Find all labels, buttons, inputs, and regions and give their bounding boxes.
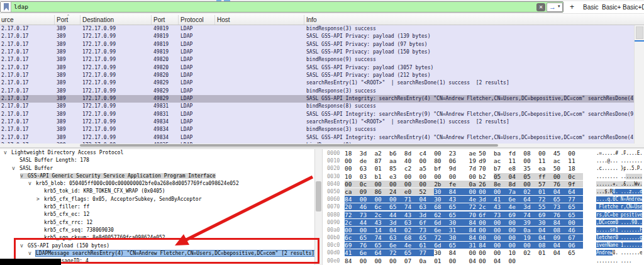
detail-tree-line[interactable]: krb5_cfx_rrc: 12 bbox=[0, 219, 314, 227]
hex-byte[interactable]: 70 bbox=[479, 165, 494, 172]
hex-byte[interactable]: 65 bbox=[449, 242, 464, 249]
hex-byte[interactable]: 6d bbox=[434, 219, 449, 226]
hex-byte[interactable]: 00 bbox=[479, 219, 494, 226]
packet-row[interactable]: 2.17.0.17389172.17.0.9949829LDAPbindResp… bbox=[0, 87, 634, 95]
hex-row[interactable]: 006084000000710430434e3d416e64726577....… bbox=[323, 195, 644, 203]
hex-byte[interactable]: 00 bbox=[345, 227, 360, 234]
hex-byte[interactable]: 08 bbox=[538, 242, 553, 249]
hex-byte[interactable]: 05 bbox=[523, 173, 538, 180]
hex-row[interactable]: 0040000c000000002bfe0a268e8d0057769f....… bbox=[323, 180, 644, 188]
hex-byte[interactable]: 64 bbox=[568, 188, 583, 195]
column-separator[interactable] bbox=[54, 15, 55, 25]
hex-byte[interactable]: aa bbox=[389, 157, 404, 164]
hex-byte[interactable]: 03 bbox=[360, 173, 375, 180]
packet-row[interactable]: 2.17.0.17389172.17.0.9949831LDAPSASL GSS… bbox=[0, 111, 634, 118]
hex-byte[interactable]: 00 bbox=[464, 188, 479, 195]
hex-byte[interactable]: 01 bbox=[434, 257, 449, 264]
hex-byte[interactable]: 4e bbox=[509, 203, 524, 210]
column-separator[interactable] bbox=[80, 15, 80, 25]
hex-byte[interactable]: 14 bbox=[374, 227, 389, 234]
scrollbar-thumb[interactable] bbox=[636, 26, 643, 39]
hex-byte[interactable]: 00 bbox=[494, 242, 509, 249]
hex-byte[interactable]: 04 bbox=[538, 234, 553, 241]
hex-byte[interactable]: 63 bbox=[360, 165, 375, 172]
hex-byte[interactable]: 3d bbox=[389, 219, 404, 226]
hex-byte[interactable]: 00 bbox=[494, 219, 509, 226]
hex-byte[interactable]: 8e bbox=[494, 181, 509, 188]
hex-byte[interactable]: 74 bbox=[404, 203, 419, 210]
hex-byte[interactable]: 84 bbox=[449, 249, 464, 256]
hex-byte[interactable]: a5 bbox=[419, 165, 434, 172]
hex-byte[interactable]: 08 bbox=[523, 150, 538, 157]
hex-byte[interactable]: 74 bbox=[374, 234, 389, 241]
hex-byte[interactable]: 0a bbox=[523, 227, 538, 234]
hex-byte[interactable]: 11 bbox=[509, 157, 524, 164]
hex-byte[interactable]: 6c bbox=[345, 234, 360, 241]
hex-byte[interactable]: 72 bbox=[345, 211, 360, 218]
detail-tree-line[interactable]: vLightweight Directory Access Protocol bbox=[0, 149, 314, 157]
hex-byte[interactable]: 40 bbox=[404, 157, 419, 164]
expand-arrow-icon[interactable]: v bbox=[12, 166, 19, 171]
hex-byte[interactable]: 68 bbox=[404, 234, 419, 241]
hex-byte[interactable]: 04 bbox=[419, 196, 434, 203]
hex-byte[interactable]: ac bbox=[553, 157, 569, 164]
hex-byte[interactable]: 00 bbox=[568, 219, 583, 226]
hex-row[interactable]: 0050ca098624e05230840000007a02010464...$… bbox=[323, 188, 644, 195]
hex-byte[interactable]: 67 bbox=[568, 234, 583, 241]
hex-byte[interactable]: 18 bbox=[345, 150, 360, 157]
hex-byte[interactable]: 44 bbox=[389, 211, 404, 218]
hex-byte[interactable]: 00 bbox=[494, 188, 509, 195]
hex-byte[interactable]: 4e bbox=[464, 196, 479, 203]
packet-row[interactable]: 2.17.0.17389172.17.0.9949834LDAPbindResp… bbox=[0, 126, 634, 133]
hex-byte[interactable]: 72 bbox=[538, 196, 553, 203]
column-separator[interactable] bbox=[151, 15, 152, 25]
hex-byte[interactable]: 4e bbox=[404, 242, 419, 249]
hex-byte[interactable]: 84 bbox=[345, 257, 360, 264]
detail-tree-line[interactable]: krb5_filler: ff bbox=[0, 203, 314, 211]
hex-byte[interactable]: 7a bbox=[509, 188, 524, 195]
hex-byte[interactable]: ff bbox=[538, 173, 553, 180]
hex-byte[interactable]: 80 bbox=[434, 157, 449, 164]
hex-byte[interactable]: 8d bbox=[509, 181, 524, 188]
hex-byte[interactable]: 65 bbox=[389, 203, 404, 210]
hex-byte[interactable]: 65 bbox=[419, 234, 434, 241]
hex-byte[interactable]: 00 bbox=[419, 173, 434, 180]
hex-byte[interactable]: 55 bbox=[538, 203, 553, 210]
hex-byte[interactable]: 6d bbox=[434, 242, 449, 249]
hex-byte[interactable]: 00 bbox=[404, 173, 419, 180]
hex-byte[interactable]: 65 bbox=[404, 249, 419, 256]
packet-row[interactable]: 2.17.0.17389172.17.0.9949829LDAPsearchRe… bbox=[0, 79, 634, 87]
details-vertical-scrollbar[interactable] bbox=[314, 149, 323, 265]
hex-byte[interactable]: 84 bbox=[464, 227, 479, 234]
hex-byte[interactable]: 04 bbox=[389, 227, 404, 234]
detail-tree-line[interactable]: vGSS-API Generic Security Service Applic… bbox=[0, 172, 314, 180]
hex-byte[interactable]: 00 bbox=[509, 257, 524, 264]
hex-byte[interactable]: 69 bbox=[538, 211, 553, 218]
hex-byte[interactable]: b1 bbox=[374, 173, 389, 180]
hex-byte[interactable]: 65 bbox=[568, 211, 583, 218]
detail-tree-line[interactable]: krb5_sgn_cksum: 8e8d0057769fca098624e052 bbox=[0, 234, 314, 242]
hex-byte[interactable]: 45 bbox=[553, 150, 569, 157]
hex-byte[interactable]: 69 bbox=[345, 242, 360, 249]
hex-byte[interactable]: 24 bbox=[389, 188, 404, 195]
collapse-arrow-icon[interactable]: > bbox=[36, 196, 44, 202]
hex-byte[interactable]: 46 bbox=[360, 203, 375, 210]
packet-list[interactable]: 2.17.0.17389172.17.0.9949819LDAPbindResp… bbox=[0, 25, 634, 145]
hex-byte[interactable]: 00 bbox=[479, 257, 494, 264]
hex-byte[interactable]: 65 bbox=[449, 211, 464, 218]
hex-byte[interactable]: 02 bbox=[404, 227, 419, 234]
hex-byte[interactable]: 0c bbox=[568, 173, 583, 180]
hex-byte[interactable]: 00 bbox=[449, 173, 464, 180]
hex-byte[interactable]: 00 bbox=[538, 150, 553, 157]
hex-byte[interactable]: 00 bbox=[464, 173, 479, 180]
hex-byte[interactable]: 73 bbox=[494, 211, 509, 218]
hex-byte[interactable]: 00 bbox=[553, 173, 569, 180]
hex-byte[interactable]: 6f bbox=[419, 219, 434, 226]
hex-byte[interactable]: 01 bbox=[538, 249, 553, 256]
packet-row[interactable]: 2.17.0.17389172.17.0.9949819LDAPSASL GSS… bbox=[0, 41, 634, 48]
hex-byte[interactable]: 3d bbox=[479, 196, 494, 203]
hex-byte[interactable]: 30 bbox=[449, 234, 464, 241]
hex-byte[interactable]: 70 bbox=[464, 211, 479, 218]
hex-byte[interactable]: 00 bbox=[509, 234, 524, 241]
hex-byte[interactable]: 87 bbox=[374, 157, 389, 164]
